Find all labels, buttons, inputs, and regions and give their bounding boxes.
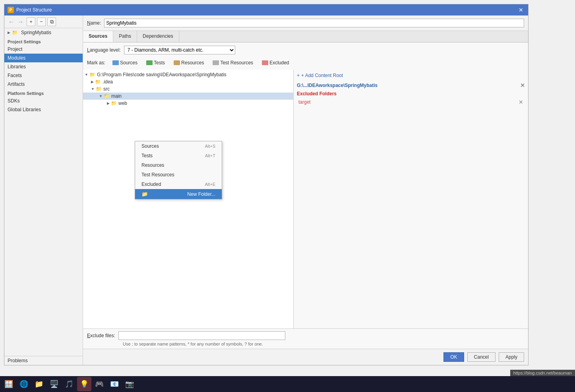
language-level-row: Language level: 7 - Diamonds, ARM, multi…: [83, 42, 528, 58]
mark-resources-label: Resources: [181, 60, 204, 66]
main-folder-icon: 📁: [104, 93, 110, 99]
name-input[interactable]: [104, 19, 524, 27]
platform-settings-header: Platform Settings: [4, 89, 83, 97]
add-content-root-label: + Add Content Root: [301, 73, 343, 78]
taskbar-explorer[interactable]: 📁: [32, 377, 46, 391]
sidebar-item-modules[interactable]: Modules: [4, 54, 83, 62]
language-level-select[interactable]: 7 - Diamonds, ARM, multi-catch etc.: [124, 46, 235, 54]
mark-sources-label: Sources: [120, 60, 137, 66]
sidebar-item-libraries[interactable]: Libraries: [4, 62, 83, 71]
forward-arrow[interactable]: →: [16, 18, 25, 26]
tree-node-web[interactable]: ▶ 📁 web: [83, 100, 293, 107]
exclude-files-row: Exclude files:: [87, 331, 524, 340]
ctx-new-folder-label: New Folder...: [187, 191, 215, 197]
sidebar: ← → + − ⧉ ▶ 📁 SpringMybatis Project Sett…: [4, 15, 83, 365]
sidebar-item-project[interactable]: Project: [4, 45, 83, 54]
taskbar-music[interactable]: 🎵: [62, 377, 76, 391]
taskbar-browser[interactable]: 🌐: [17, 377, 31, 391]
ctx-excluded-label: Excluded: [141, 182, 161, 187]
taskbar-intellij[interactable]: 💡: [77, 377, 91, 391]
language-level-label: Language level:: [87, 47, 121, 53]
sidebar-item-global-libraries[interactable]: Global Libraries: [4, 105, 83, 114]
remove-content-root-button[interactable]: ✕: [520, 82, 525, 89]
back-arrow[interactable]: ←: [7, 18, 15, 26]
src-label: src: [103, 86, 110, 92]
ctx-tests[interactable]: Tests Alt+T: [135, 151, 222, 160]
sidebar-item-sdks[interactable]: SDKs: [4, 97, 83, 105]
excluded-color-icon: [262, 60, 268, 65]
module-tree-item[interactable]: ▶ 📁 SpringMybatis: [4, 28, 83, 37]
sidebar-item-artifacts[interactable]: Artifacts: [4, 80, 83, 89]
ctx-tests-label: Tests: [141, 153, 153, 158]
ctx-new-folder[interactable]: 📁 New Folder...: [135, 189, 222, 199]
bottom-section: Exclude files: Use ; to separate name pa…: [83, 328, 528, 349]
artifacts-label: Artifacts: [8, 81, 25, 87]
mark-sources-button[interactable]: Sources: [109, 59, 141, 66]
module-expand-arrow: ▶: [8, 31, 10, 35]
module-label: SpringMybatis: [21, 30, 51, 35]
ctx-test-resources-label: Test Resources: [141, 172, 174, 178]
right-panel: + + Add Content Root G:\...IDEAworkspace…: [294, 70, 528, 328]
taskbar-start[interactable]: 🪟: [2, 377, 16, 391]
main-label: main: [111, 93, 122, 99]
tab-sources[interactable]: Sources: [83, 31, 113, 42]
apply-button[interactable]: Apply: [499, 352, 524, 362]
remove-module-button[interactable]: −: [37, 17, 46, 26]
sidebar-item-problems[interactable]: Problems: [4, 356, 83, 365]
libraries-label: Libraries: [8, 64, 26, 70]
status-url: https://blog.csdn.net/beauman: [513, 371, 572, 375]
tree-node-main[interactable]: ▼ 📁 main: [83, 93, 293, 100]
ok-button[interactable]: OK: [443, 352, 464, 362]
tree-node-src[interactable]: ▼ 📁 src: [83, 85, 293, 93]
exclude-files-input[interactable]: [118, 331, 285, 340]
project-settings-header: Project Settings: [4, 37, 83, 45]
ctx-sources-label: Sources: [141, 143, 159, 149]
idea-label: .idea: [103, 79, 113, 85]
mark-resources-button[interactable]: Resources: [170, 59, 207, 66]
mark-as-row: Mark as: Sources Tests Resources Test Re…: [83, 58, 528, 70]
ctx-resources[interactable]: Resources: [135, 160, 222, 170]
ctx-tests-shortcut: Alt+T: [205, 153, 215, 158]
app-icon: P: [8, 7, 14, 13]
exclude-files-label: Exclude files:: [87, 333, 115, 338]
ctx-test-resources[interactable]: Test Resources: [135, 170, 222, 180]
ctx-sources[interactable]: Sources Alt+S: [135, 141, 222, 151]
remove-excluded-button[interactable]: ✕: [519, 99, 523, 105]
copy-module-button[interactable]: ⧉: [47, 17, 56, 26]
project-label: Project: [8, 46, 22, 52]
close-button[interactable]: ✕: [517, 6, 525, 14]
mark-tests-button[interactable]: Tests: [143, 59, 168, 66]
main-content: Name: Sources Paths Dependencies Languag…: [83, 15, 528, 365]
test-resources-color-icon: [213, 60, 219, 65]
web-folder-icon: 📁: [111, 100, 117, 106]
excluded-target-label: target: [298, 99, 311, 105]
tab-paths[interactable]: Paths: [113, 31, 137, 42]
taskbar: 🪟 🌐 📁 🖥️ 🎵 💡 🎮 📧 📷: [0, 376, 575, 392]
taskbar-photo[interactable]: 📷: [122, 377, 137, 391]
tree-node-idea[interactable]: ▶ 📁 .idea: [83, 78, 293, 85]
taskbar-terminal[interactable]: 🖥️: [47, 377, 61, 391]
taskbar-mail[interactable]: 📧: [107, 377, 122, 391]
ctx-excluded[interactable]: Excluded Alt+E: [135, 180, 222, 189]
sidebar-item-facets[interactable]: Facets: [4, 71, 83, 80]
mark-excluded-button[interactable]: Excluded: [259, 59, 292, 66]
tests-color-icon: [146, 60, 153, 65]
mark-test-resources-button[interactable]: Test Resources: [209, 59, 256, 66]
add-content-root-button[interactable]: + + Add Content Root: [297, 73, 525, 78]
idea-expand-tri: ▶: [91, 80, 94, 84]
project-structure-window: P Project Structure ✕ ← → + − ⧉ ▶ 📁 Spri…: [4, 4, 529, 365]
tabs-bar: Sources Paths Dependencies: [83, 31, 528, 42]
mark-excluded-label: Excluded: [269, 60, 289, 66]
src-expand-tri: ▼: [91, 87, 95, 91]
add-module-button[interactable]: +: [27, 17, 35, 26]
cancel-button[interactable]: Cancel: [467, 352, 496, 362]
window-body: ← → + − ⧉ ▶ 📁 SpringMybatis Project Sett…: [4, 15, 528, 365]
main-expand-tri: ▼: [99, 94, 103, 98]
taskbar-game[interactable]: 🎮: [92, 377, 106, 391]
mark-as-label: Mark as:: [87, 60, 105, 66]
excluded-folders-header: Excluded Folders: [297, 91, 525, 97]
tab-dependencies[interactable]: Dependencies: [137, 31, 179, 42]
content-root-item: G:\...IDEAworkspace\SpringMybatis ✕: [297, 82, 525, 89]
main-split: ▼ 📁 G:\Program Files\code saving\IDEAwor…: [83, 70, 528, 328]
tree-node-root[interactable]: ▼ 📁 G:\Program Files\code saving\IDEAwor…: [83, 71, 293, 78]
